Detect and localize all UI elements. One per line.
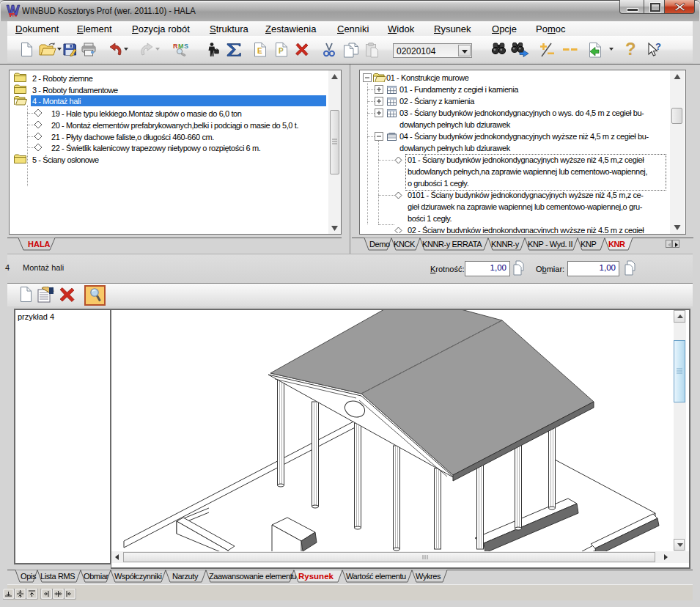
- svg-text:KNP - Wyd. II: KNP - Wyd. II: [528, 240, 572, 249]
- svg-text:Demo: Demo: [369, 240, 390, 249]
- svg-text:Zaawansowanie elementu: Zaawansowanie elementu: [209, 572, 296, 581]
- svg-text:Lista RMS: Lista RMS: [40, 572, 75, 581]
- svg-text:E: E: [257, 47, 262, 55]
- svg-text:Wartość elementu: Wartość elementu: [346, 572, 406, 581]
- svg-text:Współczynniki: Współczynniki: [114, 572, 162, 581]
- svg-text:S: S: [184, 43, 188, 50]
- svg-text:KNR: KNR: [608, 240, 625, 249]
- svg-text:Wykres: Wykres: [416, 572, 441, 581]
- svg-text:?: ?: [655, 43, 661, 52]
- svg-text:KNP: KNP: [581, 240, 596, 249]
- svg-text:R: R: [173, 43, 178, 50]
- svg-text:Narzuty: Narzuty: [172, 572, 199, 581]
- svg-text:KNNR-y ERRATA: KNNR-y ERRATA: [422, 240, 482, 249]
- svg-text:Opis: Opis: [21, 572, 37, 581]
- svg-text:Obmiar: Obmiar: [84, 572, 108, 581]
- svg-text:KNCK: KNCK: [394, 240, 416, 249]
- svg-text:Rysunek: Rysunek: [298, 572, 334, 581]
- svg-text:KNNR-y: KNNR-y: [491, 240, 520, 249]
- svg-text:HALA: HALA: [28, 240, 51, 249]
- svg-text:P: P: [279, 47, 284, 55]
